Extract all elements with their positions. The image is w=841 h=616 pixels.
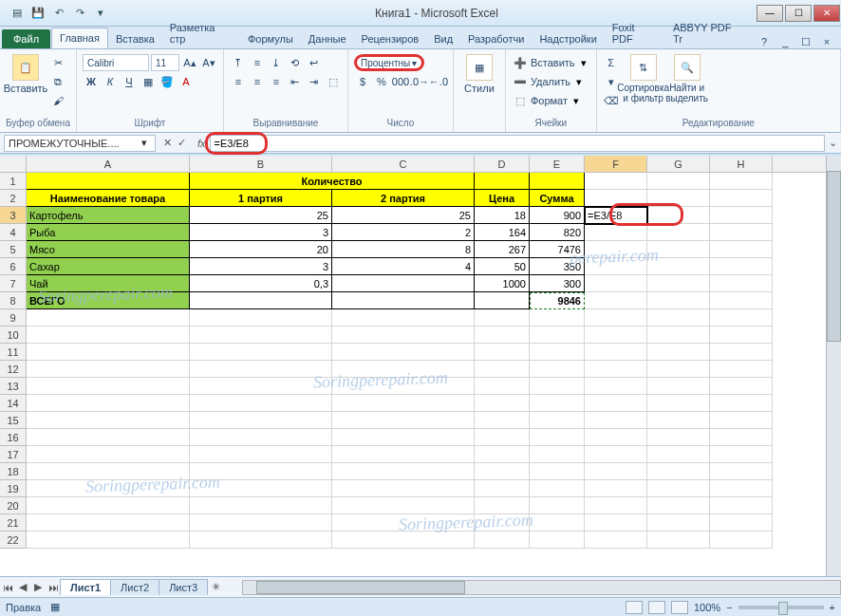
insert-cells-label[interactable]: Вставить bbox=[531, 57, 575, 68]
tab-developer[interactable]: Разработчи bbox=[460, 29, 532, 48]
new-sheet-icon[interactable]: ✳ bbox=[208, 581, 223, 593]
col-header[interactable]: B bbox=[190, 156, 332, 172]
cell[interactable] bbox=[530, 497, 585, 514]
cell[interactable] bbox=[647, 412, 710, 429]
font-name-combo[interactable]: Calibri bbox=[83, 54, 149, 71]
cell[interactable] bbox=[475, 412, 530, 429]
row-header[interactable]: 21 bbox=[0, 514, 27, 532]
cell[interactable] bbox=[647, 446, 710, 463]
cell[interactable]: ВСЕГО bbox=[27, 292, 190, 309]
align-top-icon[interactable]: ⤒ bbox=[230, 54, 247, 71]
cell[interactable] bbox=[710, 429, 773, 446]
cell[interactable] bbox=[647, 514, 710, 532]
cell[interactable] bbox=[710, 344, 773, 361]
cell[interactable] bbox=[585, 412, 647, 429]
cell[interactable] bbox=[530, 463, 585, 480]
cell[interactable] bbox=[332, 292, 475, 309]
cell[interactable]: Картофель bbox=[27, 207, 190, 224]
cell[interactable]: 20 bbox=[190, 241, 332, 258]
cell[interactable] bbox=[190, 292, 332, 309]
cell[interactable] bbox=[475, 395, 530, 412]
wrap-text-icon[interactable]: ↩ bbox=[306, 54, 323, 71]
format-cells-icon[interactable]: ⬚ bbox=[512, 92, 529, 109]
active-cell[interactable]: =E3/E8 bbox=[585, 207, 647, 224]
minimize-button[interactable]: — bbox=[757, 5, 783, 22]
cell[interactable] bbox=[585, 480, 647, 497]
tab-insert[interactable]: Вставка bbox=[108, 29, 162, 48]
col-header[interactable]: G bbox=[647, 156, 710, 172]
cell[interactable] bbox=[190, 497, 332, 514]
cell[interactable] bbox=[647, 309, 710, 327]
cell[interactable] bbox=[530, 514, 585, 532]
zoom-in-icon[interactable]: + bbox=[830, 602, 835, 613]
paste-button[interactable]: 📋 Вставить bbox=[6, 54, 46, 94]
insert-cells-icon[interactable]: ➕ bbox=[512, 54, 529, 71]
cell[interactable]: 2 bbox=[332, 224, 475, 241]
cell[interactable] bbox=[710, 207, 773, 224]
font-color-icon[interactable]: A bbox=[178, 73, 195, 90]
cell[interactable] bbox=[647, 463, 710, 480]
cell[interactable]: 3 bbox=[190, 224, 332, 241]
cell[interactable] bbox=[332, 412, 475, 429]
align-middle-icon[interactable]: ≡ bbox=[249, 54, 266, 71]
row-header[interactable]: 15 bbox=[0, 412, 27, 429]
autosum-icon[interactable]: Σ bbox=[603, 54, 620, 71]
cell[interactable] bbox=[585, 361, 647, 378]
format-cells-label[interactable]: Формат bbox=[531, 95, 568, 106]
cell[interactable] bbox=[332, 309, 475, 327]
decrease-decimal-icon[interactable]: ←.0 bbox=[430, 73, 447, 90]
cell[interactable] bbox=[585, 173, 647, 190]
save-icon[interactable]: 💾 bbox=[28, 4, 47, 23]
cell[interactable] bbox=[647, 480, 710, 497]
cell[interactable] bbox=[647, 292, 710, 309]
cell[interactable] bbox=[475, 532, 530, 549]
doc-restore-icon[interactable]: ☐ bbox=[797, 36, 814, 48]
file-tab[interactable]: Файл bbox=[2, 29, 50, 48]
tab-home[interactable]: Главная bbox=[51, 28, 108, 48]
cell[interactable] bbox=[710, 190, 773, 207]
cell[interactable] bbox=[530, 309, 585, 327]
cell[interactable] bbox=[647, 173, 710, 190]
tab-data[interactable]: Данные bbox=[301, 29, 354, 48]
cell[interactable]: 7476 bbox=[530, 241, 585, 258]
prev-sheet-icon[interactable]: ◀ bbox=[15, 581, 30, 593]
cell[interactable] bbox=[475, 173, 530, 190]
cell[interactable] bbox=[475, 327, 530, 344]
row-header[interactable]: 1 bbox=[0, 173, 27, 190]
increase-indent-icon[interactable]: ⇥ bbox=[306, 73, 323, 90]
col-header[interactable]: A bbox=[27, 156, 190, 172]
tab-pagelayout[interactable]: Разметка стр bbox=[162, 18, 240, 48]
zoom-out-icon[interactable]: − bbox=[726, 602, 732, 613]
bold-icon[interactable]: Ж bbox=[83, 73, 100, 90]
cell[interactable] bbox=[710, 173, 773, 190]
row-header[interactable]: 16 bbox=[0, 429, 27, 446]
cell[interactable] bbox=[710, 224, 773, 241]
cell[interactable] bbox=[530, 532, 585, 549]
cell[interactable] bbox=[27, 429, 190, 446]
cell[interactable] bbox=[585, 224, 647, 241]
cell[interactable] bbox=[190, 463, 332, 480]
row-header[interactable]: 19 bbox=[0, 480, 27, 497]
cell[interactable] bbox=[710, 463, 773, 480]
cell[interactable] bbox=[647, 327, 710, 344]
cell[interactable]: 8 bbox=[332, 241, 475, 258]
tab-foxit[interactable]: Foxit PDF bbox=[605, 18, 665, 48]
cell[interactable] bbox=[710, 412, 773, 429]
row-header[interactable]: 11 bbox=[0, 344, 27, 361]
copy-icon[interactable]: ⧉ bbox=[49, 73, 66, 90]
cell[interactable] bbox=[710, 241, 773, 258]
cell[interactable]: Сумма bbox=[530, 190, 585, 207]
fill-color-icon[interactable]: 🪣 bbox=[159, 73, 176, 90]
cell[interactable]: 3 bbox=[190, 258, 332, 275]
cell[interactable] bbox=[27, 327, 190, 344]
row-header[interactable]: 5 bbox=[0, 241, 27, 258]
row-header[interactable]: 7 bbox=[0, 275, 27, 292]
next-sheet-icon[interactable]: ▶ bbox=[30, 581, 46, 593]
sort-filter-button[interactable]: ⇅ Сортировка и фильтр bbox=[624, 54, 663, 103]
cell[interactable] bbox=[190, 480, 332, 497]
row-header[interactable]: 13 bbox=[0, 378, 27, 395]
cell[interactable] bbox=[332, 275, 475, 292]
cell[interactable] bbox=[585, 344, 647, 361]
row-header[interactable]: 8 bbox=[0, 292, 27, 309]
cell[interactable] bbox=[27, 309, 190, 327]
